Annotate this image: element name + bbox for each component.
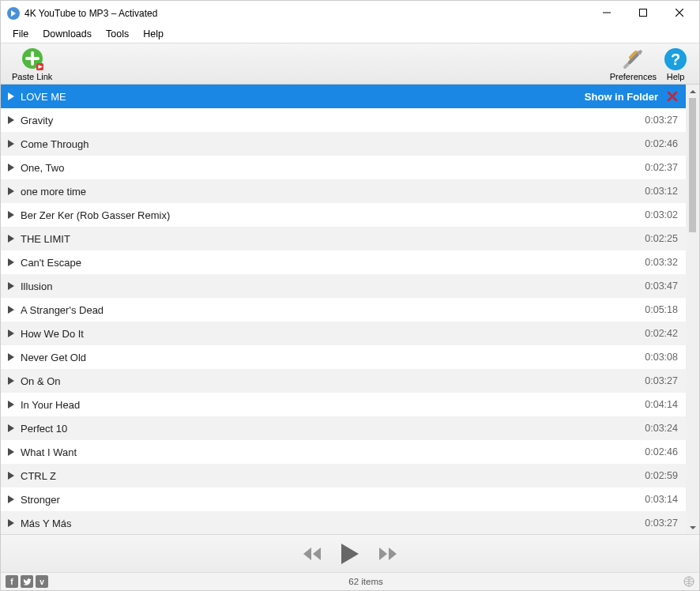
play-icon bbox=[6, 140, 17, 148]
track-row[interactable]: THE LIMIT0:02:25 bbox=[1, 227, 686, 250]
track-title: Come Through bbox=[19, 138, 642, 150]
play-icon bbox=[6, 164, 17, 171]
vimeo-icon[interactable]: v bbox=[36, 575, 48, 588]
facebook-icon[interactable]: f bbox=[6, 575, 18, 588]
play-icon bbox=[6, 519, 17, 527]
previous-button[interactable] bbox=[302, 546, 322, 562]
track-row[interactable]: Illusion0:03:47 bbox=[1, 274, 686, 298]
track-duration: 0:03:02 bbox=[645, 209, 678, 220]
track-row[interactable]: Perfect 100:03:24 bbox=[1, 416, 686, 440]
play-icon bbox=[6, 306, 17, 314]
play-button[interactable] bbox=[340, 542, 360, 566]
track-row[interactable]: A Stranger's Dead0:05:18 bbox=[1, 298, 686, 322]
play-icon bbox=[6, 424, 17, 432]
play-icon bbox=[6, 377, 17, 385]
track-duration: 0:02:46 bbox=[645, 138, 678, 149]
play-icon bbox=[6, 448, 17, 456]
track-row[interactable]: Never Get Old0:03:08 bbox=[1, 345, 686, 369]
next-button[interactable] bbox=[378, 546, 398, 562]
preferences-icon bbox=[620, 47, 645, 72]
play-icon bbox=[6, 258, 17, 266]
menu-file[interactable]: File bbox=[6, 27, 36, 41]
track-title: Ber Zer Ker (Rob Gasser Remix) bbox=[19, 209, 642, 221]
track-title: Perfect 10 bbox=[19, 423, 642, 435]
track-row[interactable]: Come Through0:02:46 bbox=[1, 132, 686, 156]
track-row[interactable]: Stronger0:03:14 bbox=[1, 487, 686, 511]
statusbar: f v 62 items bbox=[1, 572, 699, 590]
track-title: One, Two bbox=[19, 162, 642, 174]
track-row[interactable]: In Your Head0:04:14 bbox=[1, 393, 686, 416]
track-duration: 0:04:14 bbox=[645, 399, 678, 410]
track-duration: 0:02:42 bbox=[645, 328, 678, 339]
track-duration: 0:03:14 bbox=[645, 494, 678, 505]
twitter-icon[interactable] bbox=[21, 575, 33, 588]
track-duration: 0:03:27 bbox=[645, 375, 678, 386]
track-duration: 0:02:25 bbox=[645, 233, 678, 244]
track-row[interactable]: Ber Zer Ker (Rob Gasser Remix)0:03:02 bbox=[1, 203, 686, 227]
paste-link-label: Paste Link bbox=[12, 72, 52, 81]
track-duration: 0:03:08 bbox=[645, 352, 678, 363]
track-title: Stronger bbox=[19, 494, 642, 506]
track-title: In Your Head bbox=[19, 399, 642, 411]
play-icon bbox=[6, 495, 17, 503]
track-duration: 0:03:32 bbox=[645, 257, 678, 268]
player-controls bbox=[1, 534, 699, 572]
delete-icon[interactable] bbox=[667, 91, 678, 102]
menu-help[interactable]: Help bbox=[136, 27, 171, 41]
play-icon bbox=[6, 472, 17, 480]
minimize-button[interactable] bbox=[589, 1, 625, 24]
track-list[interactable]: LOVE ME Show in Folder Gravity0:03:27Com… bbox=[1, 85, 686, 534]
show-in-folder-link[interactable]: Show in Folder bbox=[585, 91, 658, 103]
preferences-button[interactable]: Preferences bbox=[607, 45, 660, 83]
play-icon bbox=[6, 211, 17, 219]
play-icon bbox=[6, 116, 17, 124]
track-title: What I Want bbox=[19, 446, 642, 458]
track-row[interactable]: How We Do It0:02:42 bbox=[1, 322, 686, 345]
track-duration: 0:02:37 bbox=[645, 162, 678, 173]
menu-downloads[interactable]: Downloads bbox=[36, 27, 99, 41]
track-row-selected[interactable]: LOVE ME Show in Folder bbox=[1, 85, 686, 108]
track-row[interactable]: On & On0:03:27 bbox=[1, 369, 686, 393]
menubar: File Downloads Tools Help bbox=[1, 25, 699, 43]
help-icon: ? bbox=[663, 47, 688, 72]
paste-link-button[interactable]: Paste Link bbox=[9, 45, 55, 83]
social-links: f v bbox=[6, 575, 48, 588]
close-button[interactable] bbox=[661, 1, 698, 24]
scrollbar[interactable] bbox=[686, 85, 699, 534]
track-title: Illusion bbox=[19, 280, 642, 292]
track-row[interactable]: one more time0:03:12 bbox=[1, 179, 686, 203]
track-row[interactable]: What I Want0:02:46 bbox=[1, 440, 686, 464]
track-title: Never Get Old bbox=[19, 352, 642, 363]
track-duration: 0:03:27 bbox=[645, 115, 678, 126]
track-list-area: LOVE ME Show in Folder Gravity0:03:27Com… bbox=[1, 85, 699, 534]
scroll-up-button[interactable] bbox=[686, 85, 699, 98]
play-icon bbox=[6, 187, 17, 195]
globe-icon[interactable] bbox=[683, 576, 694, 587]
track-title: one more time bbox=[19, 186, 642, 198]
menu-tools[interactable]: Tools bbox=[99, 27, 136, 41]
titlebar: 4K YouTube to MP3 – Activated bbox=[1, 1, 699, 25]
track-row[interactable]: CTRL Z0:02:59 bbox=[1, 464, 686, 487]
window-controls bbox=[589, 1, 698, 25]
track-row[interactable]: Más Y Más0:03:27 bbox=[1, 511, 686, 534]
maximize-button[interactable] bbox=[625, 1, 661, 24]
play-icon bbox=[6, 235, 17, 243]
play-icon bbox=[6, 329, 17, 337]
track-row[interactable]: Can't Escape0:03:32 bbox=[1, 250, 686, 274]
track-duration: 0:03:24 bbox=[645, 423, 678, 434]
track-row[interactable]: Gravity0:03:27 bbox=[1, 108, 686, 132]
track-title: CTRL Z bbox=[19, 470, 642, 482]
help-button[interactable]: ? Help bbox=[660, 45, 691, 83]
play-icon bbox=[6, 92, 17, 100]
track-title: Can't Escape bbox=[19, 257, 642, 269]
paste-link-icon bbox=[20, 47, 45, 72]
app-icon bbox=[7, 7, 20, 20]
window-title: 4K YouTube to MP3 – Activated bbox=[24, 8, 589, 19]
status-count: 62 items bbox=[48, 577, 683, 586]
scroll-thumb[interactable] bbox=[689, 98, 696, 232]
track-row[interactable]: One, Two0:02:37 bbox=[1, 156, 686, 179]
play-icon bbox=[6, 282, 17, 290]
preferences-label: Preferences bbox=[610, 72, 657, 81]
track-title: THE LIMIT bbox=[19, 233, 642, 245]
scroll-down-button[interactable] bbox=[686, 521, 699, 534]
